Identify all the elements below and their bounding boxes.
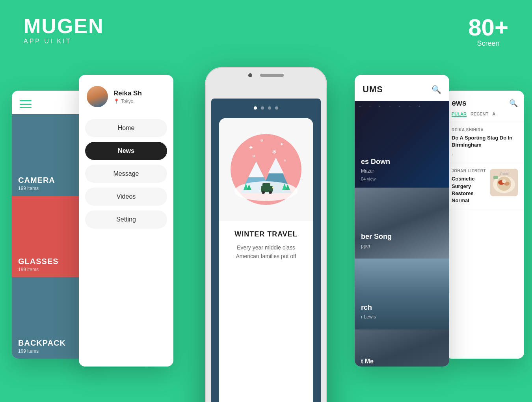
location-pin-icon: 📍: [113, 99, 119, 104]
album-count-glasses: 199 items: [18, 267, 39, 272]
dot-4: [275, 106, 278, 110]
travel-illustration: ✦ ✦ ❄ ❄ ❄ ❄: [219, 118, 313, 221]
news-headline-1: Do A Sporting Stag Do In Birmingham: [452, 134, 518, 149]
news-header: ews 🔍: [445, 91, 524, 112]
brand-title: MUGEN: [24, 16, 104, 36]
phone-notch: [205, 73, 327, 77]
news-tab-all[interactable]: A: [492, 112, 495, 117]
nav-item-videos[interactable]: Videos: [85, 188, 167, 206]
svg-point-19: [269, 191, 272, 194]
svg-text:❄: ❄: [252, 154, 255, 158]
news-image-food: Food: [490, 169, 518, 196]
screen-count-label: Screen: [468, 39, 508, 48]
profile-location: 📍 Tokyo,: [113, 99, 142, 104]
album-photo-dark[interactable]: t Me n ft. N: [355, 329, 449, 367]
svg-point-18: [262, 191, 265, 194]
song-title-1: es Down: [361, 158, 390, 166]
brand: MUGEN APP UI KIT: [24, 16, 104, 45]
song-artist-2: pper: [361, 243, 370, 249]
svg-point-26: [502, 179, 506, 183]
news-item-with-image: JOHAN LIEBERT Cosmetic Surgery Restores …: [452, 169, 518, 204]
news-tab-recent[interactable]: RECENT: [471, 112, 488, 117]
dot-2: [261, 106, 264, 110]
travel-text-area: WINTER TRAVEL Every year middle class Am…: [219, 221, 313, 270]
nav-item-home[interactable]: Home: [85, 119, 167, 137]
album-title-camera: CAMERA: [18, 176, 55, 185]
news-tabs: PULAR RECENT A: [445, 112, 524, 122]
svg-text:✦: ✦: [280, 141, 284, 147]
profile-info: Reika Sh 📍 Tokyo,: [113, 89, 142, 104]
news-item-1[interactable]: REIKA SHIHIRA Do A Sporting Stag Do In B…: [445, 122, 524, 163]
song-title-3: rch: [361, 303, 372, 312]
song-views-1: 04 view: [361, 177, 376, 181]
phone-speaker: [260, 74, 284, 77]
nav-item-setting[interactable]: Setting: [85, 210, 167, 229]
card-right-albums: UMS 🔍 es Down Mazur 04 view ber Song ppe…: [355, 75, 449, 367]
svg-rect-20: [272, 187, 273, 188]
phone-center: ✦ ✦ ❄ ❄ ❄ ❄: [205, 67, 327, 402]
svg-rect-17: [262, 183, 270, 187]
album-photo-mountain[interactable]: rch r Lewis: [355, 259, 449, 329]
profile-section: Reika Sh 📍 Tokyo,: [79, 75, 173, 115]
news-tab-popular[interactable]: PULAR: [452, 112, 467, 117]
avatar: [87, 86, 108, 107]
album-title-glasses: GLASSES: [18, 257, 59, 266]
menu-icon[interactable]: [20, 100, 32, 108]
dot-1: [254, 106, 257, 110]
travel-description: Every year middle class American familie…: [227, 243, 305, 261]
nav-item-message[interactable]: Message: [85, 165, 167, 183]
svg-text:✦: ✦: [248, 144, 253, 151]
album-count-camera: 199 items: [18, 186, 39, 191]
news-headline-2: Cosmetic Surgery Restores Normal: [452, 175, 486, 204]
search-icon[interactable]: 🔍: [432, 85, 441, 94]
svg-text:❄: ❄: [260, 138, 263, 143]
brand-subtitle: APP UI KIT: [24, 38, 104, 45]
svg-text:❄: ❄: [284, 159, 286, 162]
news-author-2: JOHAN LIEBERT: [452, 169, 486, 173]
profile-name: Reika Sh: [113, 89, 142, 97]
album-title-backpack: BACKPACK: [18, 339, 66, 348]
screen-count: 80+ Screen: [468, 16, 508, 48]
card-far-right-news: ews 🔍 PULAR RECENT A REIKA SHIHIRA Do A …: [445, 91, 524, 359]
phones-area: CAMERA 199 items GLASSES 199 items BACKP…: [0, 67, 532, 402]
phone-camera-icon: [248, 73, 252, 77]
screen-dots: [211, 106, 321, 110]
news-item-2[interactable]: JOHAN LIEBERT Cosmetic Surgery Restores …: [445, 163, 524, 210]
album-photo-fog[interactable]: ber Song pper: [355, 188, 449, 259]
travel-card: ✦ ✦ ❄ ❄ ❄ ❄: [219, 118, 313, 402]
news-content-2: JOHAN LIEBERT Cosmetic Surgery Restores …: [452, 169, 486, 204]
albums-header: UMS 🔍: [355, 75, 449, 101]
screen-count-number: 80+: [468, 16, 508, 39]
album-photo-night[interactable]: es Down Mazur 04 view: [355, 101, 449, 188]
phone-shell: ✦ ✦ ❄ ❄ ❄ ❄: [205, 67, 327, 402]
news-author-1: REIKA SHIHIRA: [452, 128, 518, 132]
nav-item-news[interactable]: News: [85, 142, 167, 160]
albums-title: UMS: [363, 84, 383, 95]
chevron-right-icon-1: ›: [452, 152, 518, 157]
travel-title: WINTER TRAVEL: [227, 230, 305, 238]
dot-3: [268, 106, 271, 110]
song-artist-1: Mazur: [361, 168, 374, 174]
song-title-2: ber Song: [361, 233, 392, 241]
card-second-nav: Reika Sh 📍 Tokyo, Home News Message Vide…: [79, 75, 173, 367]
news-title: ews: [452, 99, 467, 108]
news-search-icon[interactable]: 🔍: [509, 99, 518, 108]
svg-text:Food: Food: [500, 172, 509, 176]
svg-rect-27: [493, 176, 498, 179]
nav-items: Home News Message Videos Setting: [79, 115, 173, 233]
song-artist-3: r Lewis: [361, 314, 376, 320]
svg-text:❄: ❄: [272, 149, 277, 155]
song-title-4: t Me: [361, 358, 374, 365]
header: MUGEN APP UI KIT 80+ Screen: [24, 16, 508, 48]
phone-screen: ✦ ✦ ❄ ❄ ❄ ❄: [211, 99, 321, 402]
album-count-backpack: 199 items: [18, 348, 39, 354]
